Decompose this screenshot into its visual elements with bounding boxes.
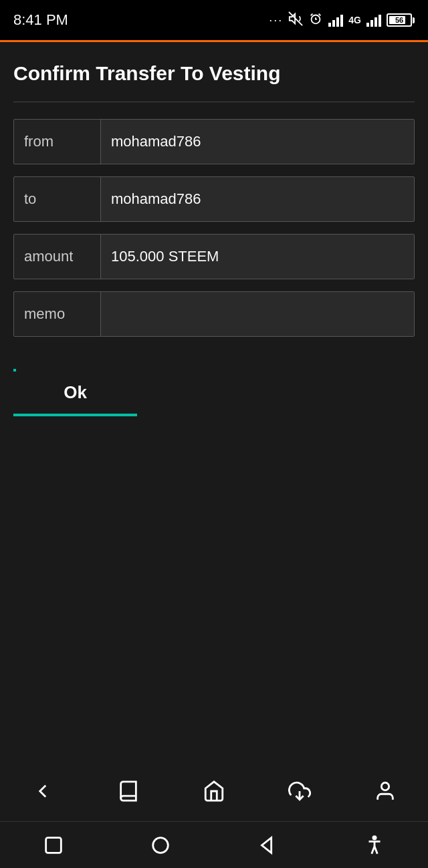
signal-icon-2 xyxy=(366,13,381,27)
square-icon[interactable] xyxy=(42,834,65,857)
main-content: Confirm Transfer To Vesting from mohamad… xyxy=(0,42,428,777)
person-icon[interactable] xyxy=(374,780,397,803)
battery-icon: 56 xyxy=(387,13,415,27)
accessibility-icon[interactable] xyxy=(363,834,386,857)
status-icons: ··· 4G xyxy=(269,11,415,29)
page-title: Confirm Transfer To Vesting xyxy=(13,62,415,85)
mute-icon xyxy=(288,11,303,29)
status-time: 8:41 PM xyxy=(13,11,68,29)
svg-point-9 xyxy=(373,836,376,839)
amount-row: amount 105.000 STEEM xyxy=(13,234,415,279)
memo-label: memo xyxy=(14,292,101,336)
to-row: to mohamad786 xyxy=(13,176,415,222)
svg-point-5 xyxy=(381,782,389,790)
home-icon[interactable] xyxy=(203,780,225,803)
title-divider xyxy=(13,102,415,102)
ok-button[interactable]: Ok xyxy=(13,369,137,416)
svg-rect-6 xyxy=(46,837,62,853)
dots-icon: ··· xyxy=(269,13,283,27)
circle-icon[interactable] xyxy=(149,834,172,857)
svg-line-2 xyxy=(311,14,313,16)
download-icon[interactable] xyxy=(288,780,311,803)
svg-point-7 xyxy=(153,837,169,853)
to-value: mohamad786 xyxy=(101,177,414,221)
triangle-back-icon[interactable] xyxy=(256,834,279,857)
bottom-nav xyxy=(0,761,428,868)
amount-value: 105.000 STEEM xyxy=(101,235,414,279)
from-value: mohamad786 xyxy=(101,120,414,164)
from-row: from mohamad786 xyxy=(13,119,415,164)
ok-button-wrapper[interactable]: Ok xyxy=(13,369,137,416)
network-type: 4G xyxy=(348,15,361,25)
nav-bottom-row xyxy=(0,821,428,868)
alarm-icon xyxy=(308,11,323,29)
from-label: from xyxy=(14,120,101,164)
svg-line-3 xyxy=(319,14,321,16)
to-label: to xyxy=(14,177,101,221)
memo-row: memo xyxy=(13,291,415,337)
nav-top-row xyxy=(0,761,428,821)
book-icon[interactable] xyxy=(117,780,140,803)
signal-icon xyxy=(328,13,343,27)
status-bar: 8:41 PM ··· 4G xyxy=(0,0,428,40)
back-button[interactable] xyxy=(31,780,54,803)
memo-value xyxy=(101,292,414,336)
svg-marker-8 xyxy=(262,837,272,853)
amount-label: amount xyxy=(14,235,101,279)
